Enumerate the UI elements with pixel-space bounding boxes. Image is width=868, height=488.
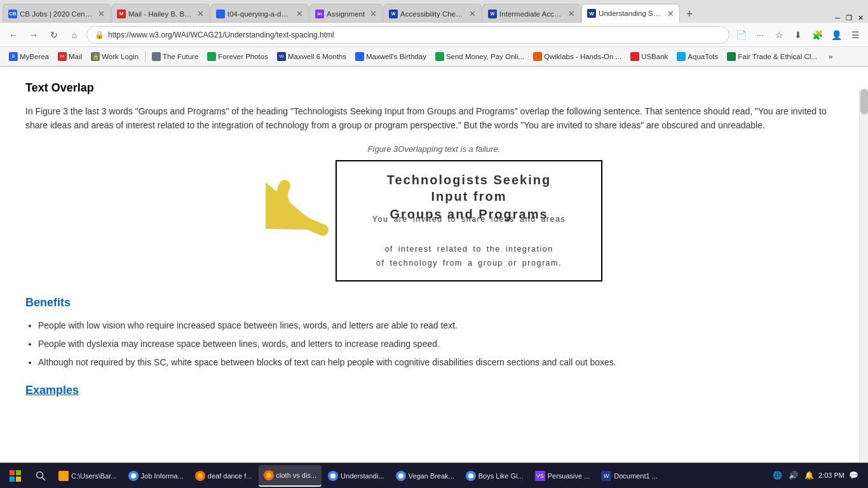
figure-container: Figure 3Overlapping text is a failure. T…	[25, 143, 843, 281]
taskbar-app-understanding[interactable]: Understandi...	[323, 465, 389, 487]
svg-rect-1	[10, 470, 15, 475]
demo-body-line2: of technology from a group or program.	[349, 257, 588, 270]
notification-icon[interactable]: 🔔	[803, 471, 816, 480]
back-button[interactable]: ←	[5, 27, 22, 43]
chrome-icon-2	[328, 471, 338, 481]
tab-intermediate[interactable]: W Intermediate Acces... ✕	[482, 4, 581, 23]
tab-accessibility-check[interactable]: W Accessibility Chec... ✕	[383, 4, 482, 23]
system-clock[interactable]: 2:03 PM	[818, 471, 844, 480]
tab-understanding[interactable]: W Understanding Suc... ✕	[581, 4, 680, 23]
myberea-favicon: B	[9, 52, 18, 61]
benefit-item-1: People with low vision who require incre…	[38, 319, 843, 332]
demo-body-line1: of interest related to the integration	[349, 243, 588, 256]
chrome-icon-1	[128, 471, 139, 481]
bookmarks-more[interactable]: »	[825, 51, 836, 62]
profile-button[interactable]: 👤	[829, 27, 844, 43]
folder-icon	[58, 471, 69, 481]
new-tab-button[interactable]: +	[681, 5, 698, 23]
tab-assignment[interactable]: in Assignment ✕	[309, 4, 383, 23]
tab-close-assignment[interactable]: ✕	[370, 9, 377, 18]
tab-close-understanding[interactable]: ✕	[667, 9, 674, 18]
bookmark-work-login[interactable]: 🔒 Work Login	[87, 51, 142, 62]
demo-heading-line1: Technologists Seeking	[349, 172, 588, 188]
start-button[interactable]	[3, 464, 28, 487]
send-money-favicon	[435, 52, 444, 61]
downloads-button[interactable]: ⬇	[790, 27, 806, 43]
restore-button[interactable]: ❐	[844, 13, 854, 23]
tab-mail[interactable]: M Mail - Hailey B. Bar... ✕	[111, 4, 210, 23]
tab-querying[interactable]: t04-querying-a-dat... ✕	[210, 4, 309, 23]
section-title: Text Overlap	[25, 79, 843, 97]
bookmark-the-future[interactable]: The Future	[148, 51, 202, 62]
windows-icon	[10, 470, 21, 482]
tab-close-acc-check[interactable]: ✕	[469, 9, 476, 18]
extensions-button[interactable]: 🧩	[810, 27, 825, 43]
word-icon: W	[601, 471, 611, 481]
bookmark-mail[interactable]: M Mail	[54, 51, 86, 62]
bookmark-maxwell-birthday[interactable]: Maxwell's Birthday	[351, 51, 430, 62]
forever-photos-favicon	[207, 52, 216, 61]
search-icon	[36, 471, 46, 481]
bookmark-fair-trade[interactable]: Fair Trade & Ethical Cl...	[723, 51, 821, 62]
tab-cb[interactable]: CB CB Jobs | 2020 Census ✕	[3, 4, 111, 23]
tabs-bar: CB CB Jobs | 2020 Census ✕ M Mail - Hail…	[0, 0, 868, 23]
bookmark-maxwell-months[interactable]: W Maxwell 6 Months	[273, 51, 350, 62]
benefit-item-2: People with dyslexia may increase space …	[38, 337, 843, 351]
aquatots-favicon	[677, 52, 686, 61]
network-icon[interactable]: 🌐	[771, 471, 784, 480]
refresh-button[interactable]: ↻	[46, 27, 62, 43]
future-favicon	[152, 52, 161, 61]
bookmark-star-button[interactable]: ☆	[771, 27, 787, 43]
navigation-bar: ← → ↻ ⌂ 🔒 https://www.w3.org/WAI/WCAG21/…	[0, 23, 868, 47]
scrollbar-track[interactable]	[859, 89, 868, 471]
bookmark-forever-photos[interactable]: Forever Photos	[203, 51, 272, 62]
svg-line-6	[43, 477, 46, 480]
address-bar[interactable]: 🔒 https://www.w3.org/WAI/WCAG21/Understa…	[86, 26, 729, 44]
mail-favicon: M	[58, 52, 67, 61]
tab-close-intermediate[interactable]: ✕	[568, 9, 575, 18]
taskbar-apps: C:\Users\Bar... Job Informa... deaf danc…	[53, 465, 770, 487]
examples-heading: Examples	[25, 382, 843, 399]
taskbar-app-document1[interactable]: W Document1 ...	[596, 465, 662, 487]
taskbar-app-job-info[interactable]: Job Informa...	[123, 465, 189, 487]
benefits-list: People with low vision who require incre…	[25, 319, 843, 369]
demo-box: Technologists Seeking Input from Groups …	[336, 160, 602, 281]
bookmark-myberea[interactable]: B MyBerea	[5, 51, 53, 62]
benefits-heading: Benefits	[25, 294, 843, 311]
bookmark-send-money[interactable]: Send Money, Pay Onli...	[431, 51, 528, 62]
body-paragraph: In Figure 3 the last 3 words "Groups and…	[25, 104, 843, 133]
close-button[interactable]: ✕	[855, 13, 865, 23]
menu-button[interactable]: ☰	[848, 27, 863, 43]
bookmark-qwiklabs[interactable]: Qwiklabs - Hands-On ...	[529, 51, 625, 62]
taskbar-app-deaf-dance[interactable]: deaf dance f...	[190, 465, 257, 487]
action-center-icon[interactable]: 💬	[847, 471, 860, 480]
chrome-icon-4	[466, 471, 476, 481]
svg-point-5	[37, 471, 43, 478]
taskbar-app-persuasive[interactable]: VS Persuasive ...	[530, 465, 595, 487]
minimize-button[interactable]: ─	[832, 13, 843, 23]
taskbar-app-boys[interactable]: Boys Like Gi...	[461, 465, 529, 487]
arrow-figure	[266, 179, 348, 243]
bookmarks-divider	[145, 51, 146, 62]
volume-icon[interactable]: 🔊	[787, 471, 800, 480]
forward-button[interactable]: →	[25, 27, 42, 43]
maxwell-months-favicon: W	[277, 52, 286, 61]
demo-heading-line3: Groups and Programs	[349, 205, 588, 224]
reader-view-button[interactable]: 📄	[733, 27, 749, 43]
taskbar-right: 🌐 🔊 🔔 2:03 PM 💬	[771, 471, 865, 480]
home-button[interactable]: ⌂	[66, 27, 83, 43]
firefox-icon-2	[264, 470, 274, 480]
taskbar-app-cloth[interactable]: cloth vs dis...	[259, 465, 322, 487]
scrollbar-thumb[interactable]	[860, 89, 868, 114]
more-options-button[interactable]: ···	[752, 27, 768, 43]
tab-close-querying[interactable]: ✕	[296, 9, 303, 18]
bookmark-usbank[interactable]: USBank	[627, 51, 672, 62]
taskbar-app-vegan[interactable]: Vegan Break...	[391, 465, 459, 487]
taskbar-app-folder[interactable]: C:\Users\Bar...	[53, 465, 122, 487]
fair-trade-favicon	[727, 52, 736, 61]
bookmark-aquatots[interactable]: AquaTots	[673, 51, 722, 62]
search-button[interactable]	[29, 464, 52, 487]
demo-heading-line2: Input from	[349, 188, 588, 205]
tab-close-mail[interactable]: ✕	[197, 9, 204, 18]
tab-close-cb[interactable]: ✕	[98, 9, 105, 18]
